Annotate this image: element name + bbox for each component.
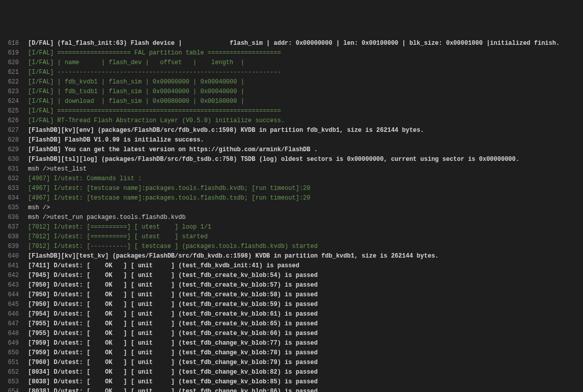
line-number: 640 <box>0 251 19 261</box>
line-number: 627 <box>0 126 19 135</box>
line-number: 653 <box>0 377 19 387</box>
code-line: [I/FAL] RT-Thread Flash Abstraction Laye… <box>28 116 583 126</box>
code-line: msh /> <box>28 203 583 213</box>
line-number: 646 <box>0 310 19 319</box>
code-line: [7012] I/utest: [==========] [ utest ] l… <box>28 222 583 232</box>
line-number: 644 <box>0 290 19 300</box>
code-line: [FlashDB][tsl][log] (packages/FlashDB/sr… <box>28 155 583 164</box>
code-line: [7950] D/utest: [ OK ] [ unit ] (test_fd… <box>28 281 583 290</box>
code-line: [FlashDB][kv][test_kv] (packages/FlashDB… <box>28 251 583 261</box>
line-number: 650 <box>0 348 19 358</box>
line-number: 647 <box>0 319 19 329</box>
line-number: 648 <box>0 329 19 339</box>
line-number: 638 <box>0 232 19 242</box>
code-content[interactable]: [D/FAL] (fal_flash_init:63) Flash device… <box>28 39 583 392</box>
line-number-gutter: 6186196206216226236246256266276286296306… <box>0 39 28 392</box>
line-number: 625 <box>0 106 19 116</box>
line-number: 628 <box>0 135 19 145</box>
line-number: 634 <box>0 193 19 203</box>
line-number: 637 <box>0 222 19 232</box>
code-line: [7411] D/utest: [ OK ] [ unit ] (test_fd… <box>28 261 583 271</box>
line-number: 624 <box>0 97 19 106</box>
line-number: 621 <box>0 68 19 77</box>
code-line: [I/FAL] ================================… <box>28 106 583 116</box>
code-line: [7950] D/utest: [ OK ] [ unit ] (test_fd… <box>28 300 583 310</box>
line-number: 652 <box>0 368 19 377</box>
code-line: [I/FAL] --------------------------------… <box>28 68 583 77</box>
line-number: 632 <box>0 174 19 184</box>
line-number: 635 <box>0 203 19 213</box>
line-number: 654 <box>0 387 19 392</box>
code-line: [8038] D/utest: [ OK ] [ unit ] (test_fd… <box>28 377 583 387</box>
line-number: 649 <box>0 339 19 348</box>
code-line: [7012] I/utest: [----------] [ testcase … <box>28 242 583 251</box>
line-number: 642 <box>0 271 19 281</box>
code-line: [7950] D/utest: [ OK ] [ unit ] (test_fd… <box>28 290 583 300</box>
code-line: msh />utest_run packages.tools.flashdb.k… <box>28 213 583 222</box>
code-line: [4967] I/utest: Commands list : <box>28 174 583 184</box>
line-number: 630 <box>0 155 19 164</box>
line-number: 618 <box>0 39 19 48</box>
code-line: [7012] I/utest: [==========] [ utest ] s… <box>28 232 583 242</box>
code-line: [FlashDB] You can get the latest version… <box>28 145 583 155</box>
line-number: 629 <box>0 145 19 155</box>
code-line: [8038] D/utest: [ OK ] [ unit ] (test_fd… <box>28 387 583 392</box>
code-line: [7959] D/utest: [ OK ] [ unit ] (test_fd… <box>28 339 583 348</box>
line-number: 622 <box>0 77 19 87</box>
line-number: 623 <box>0 87 19 97</box>
code-line: msh />utest_list <box>28 164 583 174</box>
line-number: 636 <box>0 213 19 222</box>
code-line: [8034] D/utest: [ OK ] [ unit ] (test_fd… <box>28 368 583 377</box>
code-line: [7955] D/utest: [ OK ] [ unit ] (test_fd… <box>28 329 583 339</box>
line-number: 620 <box>0 58 19 68</box>
code-editor[interactable]: 6186196206216226236246256266276286296306… <box>0 39 583 392</box>
code-line: [I/FAL] | name | flash_dev | offset | le… <box>28 58 583 68</box>
line-number: 651 <box>0 358 19 368</box>
code-line: [I/FAL] | fdb_kvdb1 | flash_sim | 0x0000… <box>28 77 583 87</box>
code-line: [7954] D/utest: [ OK ] [ unit ] (test_fd… <box>28 310 583 319</box>
line-number: 645 <box>0 300 19 310</box>
code-line: [4967] I/utest: [testcase name]:packages… <box>28 193 583 203</box>
code-line: [FlashDB] FlashDB V1.0.99 is initialize … <box>28 135 583 145</box>
code-line: [D/FAL] (fal_flash_init:63) Flash device… <box>28 39 583 48</box>
line-number: 626 <box>0 116 19 126</box>
code-line: [7959] D/utest: [ OK ] [ unit ] (test_fd… <box>28 348 583 358</box>
code-line: [FlashDB][kv][env] (packages/FlashDB/src… <box>28 126 583 135</box>
code-line: [4967] I/utest: [testcase name]:packages… <box>28 184 583 193</box>
code-line: [7960] D/utest: [ OK ] [ unit ] (test_fd… <box>28 358 583 368</box>
code-line: [I/FAL] | fdb_tsdb1 | flash_sim | 0x0004… <box>28 87 583 97</box>
code-line: [7945] D/utest: [ OK ] [ unit ] (test_fd… <box>28 271 583 281</box>
line-number: 633 <box>0 184 19 193</box>
code-line: [I/FAL] ==================== FAL partiti… <box>28 48 583 58</box>
line-number: 639 <box>0 242 19 251</box>
code-line: [7955] D/utest: [ OK ] [ unit ] (test_fd… <box>28 319 583 329</box>
line-number: 643 <box>0 281 19 290</box>
line-number: 641 <box>0 261 19 271</box>
code-line: [I/FAL] | download | flash_sim | 0x00080… <box>28 97 583 106</box>
line-number: 631 <box>0 164 19 174</box>
line-number: 619 <box>0 48 19 58</box>
